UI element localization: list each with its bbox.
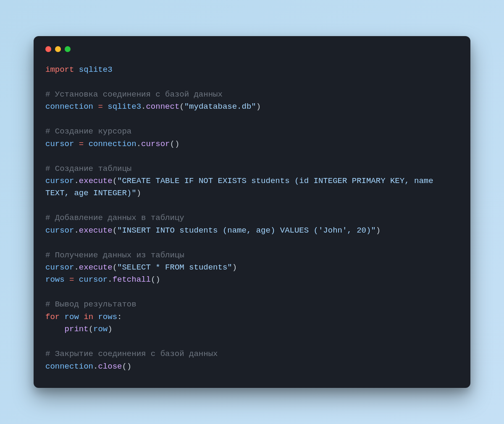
obj: cursor	[45, 176, 74, 186]
code-window: import sqlite3 # Установка соединения с …	[34, 36, 470, 388]
punct: .	[93, 362, 98, 371]
keyword-in: in	[84, 312, 93, 322]
fn-execute: execute	[79, 226, 113, 235]
obj: cursor	[79, 275, 108, 284]
fn-print: print	[65, 325, 89, 334]
punct: .	[108, 275, 112, 284]
comment: # Установка соединения с базой данных	[45, 90, 223, 99]
close-icon[interactable]	[45, 46, 51, 52]
var: cursor	[45, 139, 79, 149]
punct: (	[179, 102, 184, 111]
keyword-import: import	[45, 65, 74, 74]
code-block: import sqlite3 # Установка соединения с …	[45, 64, 459, 373]
punct: )	[256, 102, 261, 111]
string: "mydatabase.db"	[184, 102, 256, 111]
punct: (	[113, 263, 117, 272]
fn-execute: execute	[79, 263, 113, 272]
operator: =	[69, 275, 79, 284]
punct: :	[117, 312, 122, 322]
var: row	[93, 325, 108, 334]
var: connection	[45, 102, 98, 111]
module-name: sqlite3	[74, 65, 112, 74]
comment: # Создание курсора	[45, 127, 131, 136]
string: "INSERT INTO students (name, age) VALUES…	[117, 226, 376, 235]
window-titlebar	[45, 46, 459, 52]
punct: )	[136, 188, 141, 198]
operator: =	[98, 102, 108, 111]
comment: # Закрытие соединения с базой данных	[45, 349, 218, 359]
punct: (	[113, 226, 117, 235]
keyword-for: for	[45, 312, 60, 322]
obj: cursor	[45, 263, 74, 272]
punct: )	[376, 226, 381, 235]
punct: )	[232, 263, 237, 272]
module-ref: sqlite3	[108, 102, 141, 111]
fn-cursor: cursor	[141, 139, 170, 149]
punct: )	[108, 325, 112, 334]
comment: # Создание таблицы	[45, 164, 131, 173]
fn-fetchall: fetchall	[113, 275, 151, 284]
fn-execute: execute	[79, 176, 113, 186]
indent	[45, 325, 65, 334]
punct: .	[141, 102, 146, 111]
punct: .	[74, 226, 79, 235]
fn-connect: connect	[146, 102, 179, 111]
maximize-icon[interactable]	[65, 46, 71, 52]
punct: ()	[170, 139, 180, 149]
comment: # Добавление данных в таблицу	[45, 213, 184, 222]
comment: # Вывод результатов	[45, 300, 136, 309]
punct: ()	[122, 362, 131, 371]
comment: # Получение данных из таблицы	[45, 251, 184, 260]
string: "SELECT * FROM students"	[117, 263, 232, 272]
punct: .	[74, 263, 79, 272]
minimize-icon[interactable]	[55, 46, 61, 52]
punct: ()	[151, 275, 160, 284]
var: rows	[93, 312, 117, 322]
var: row	[60, 312, 84, 322]
punct: (	[89, 325, 93, 334]
punct: .	[74, 176, 79, 186]
var: rows	[45, 275, 69, 284]
punct: .	[136, 139, 141, 149]
obj: cursor	[45, 226, 74, 235]
obj: connection	[45, 362, 93, 371]
operator: =	[79, 139, 89, 149]
punct: (	[113, 176, 117, 186]
fn-close: close	[98, 362, 122, 371]
obj: connection	[89, 139, 136, 149]
